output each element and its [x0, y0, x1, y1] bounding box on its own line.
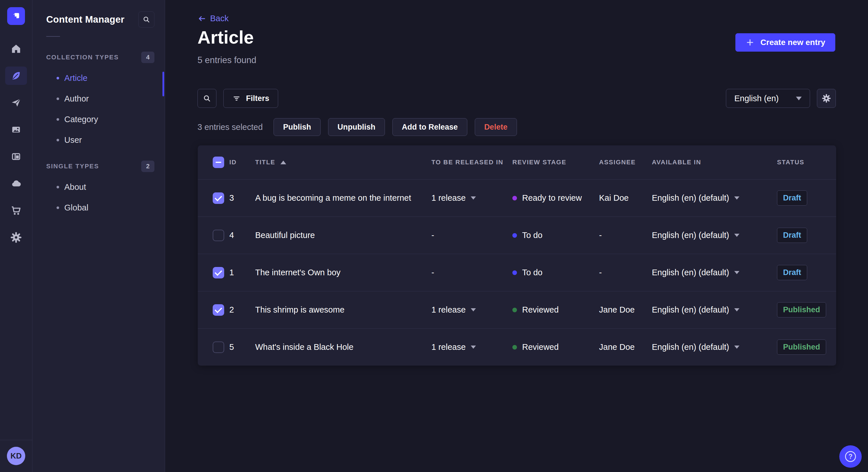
search-button[interactable]: [197, 89, 216, 108]
paper-plane-icon: [10, 97, 22, 108]
cell-review-stage: Reviewed: [513, 342, 599, 352]
help-button[interactable]: ?: [839, 445, 862, 468]
gear-icon: [822, 94, 831, 103]
column-header-title[interactable]: TITLE: [255, 159, 431, 166]
search-icon: [143, 15, 150, 24]
release-chevron-icon: [471, 196, 476, 200]
cell-assignee: -: [599, 268, 652, 277]
cell-available-in[interactable]: English (en) (default): [652, 342, 777, 352]
table-row[interactable]: 4 Beautiful picture - To do - English (e…: [198, 216, 836, 254]
delete-button[interactable]: Delete: [475, 118, 517, 136]
bullet-icon: [57, 118, 59, 121]
cell-id: 2: [229, 305, 255, 314]
status-badge: Draft: [777, 265, 807, 280]
nav-media-library[interactable]: [5, 121, 27, 139]
feather-icon: [10, 70, 22, 81]
home-icon: [10, 43, 22, 55]
nav-releases[interactable]: [5, 94, 27, 112]
filter-lines-icon: [232, 94, 241, 103]
sidebar-item-user[interactable]: User: [32, 130, 165, 150]
cell-assignee: Jane Doe: [599, 342, 652, 352]
column-header-available-in: AVAILABLE IN: [652, 159, 777, 166]
cell-id: 5: [229, 342, 255, 352]
locale-chevron-icon: [734, 196, 739, 200]
sidebar-scrollbar[interactable]: [162, 72, 164, 96]
sidebar-item-article[interactable]: Article: [32, 68, 165, 88]
sidebar-item-about[interactable]: About: [32, 177, 165, 197]
sidebar-item-category[interactable]: Category: [32, 109, 165, 130]
cell-review-stage: To do: [513, 231, 599, 240]
select-all-checkbox[interactable]: [213, 157, 224, 168]
nav-content-manager[interactable]: [5, 67, 27, 85]
cell-available-in[interactable]: English (en) (default): [652, 268, 777, 277]
status-badge: Published: [777, 339, 826, 355]
sidebar-item-author[interactable]: Author: [32, 88, 165, 109]
images-icon: [10, 124, 22, 135]
column-header-review-stage: REVIEW STAGE: [513, 159, 599, 166]
unpublish-button[interactable]: Unpublish: [328, 118, 385, 136]
table-row[interactable]: 1 The internet's Own boy - To do - Engli…: [198, 254, 836, 291]
table-row[interactable]: 3 A bug is becoming a meme on the intern…: [198, 179, 836, 216]
collection-types-count-badge: 4: [141, 52, 154, 63]
layout-icon: [10, 151, 22, 162]
cell-title: Beautiful picture: [255, 231, 431, 240]
locale-select[interactable]: English (en): [726, 89, 810, 108]
content-manager-sidebar: Content Manager COLLECTION TYPES 4 Artic…: [32, 0, 165, 472]
review-stage-dot: [513, 233, 517, 238]
strapi-logo-icon: [11, 11, 21, 21]
nav-deploy[interactable]: [5, 174, 27, 193]
back-link[interactable]: Back: [197, 14, 228, 23]
main-content: Back Article 5 entries found Create new …: [165, 0, 868, 472]
cell-assignee: Kai Doe: [599, 193, 652, 203]
nav-home[interactable]: [5, 40, 27, 58]
row-checkbox[interactable]: [213, 230, 224, 241]
locale-chevron-icon: [734, 345, 739, 349]
nav-settings[interactable]: [5, 228, 27, 247]
status-badge: Draft: [777, 228, 807, 243]
cell-releases[interactable]: 1 release: [431, 305, 513, 314]
sidebar-search-button[interactable]: [138, 11, 154, 28]
single-types-label: SINGLE TYPES: [46, 163, 99, 170]
bullet-icon: [57, 98, 59, 100]
review-stage-dot: [513, 270, 517, 275]
selection-count-text: 3 entries selected: [197, 123, 262, 132]
cell-available-in[interactable]: English (en) (default): [652, 305, 777, 314]
strapi-logo[interactable]: [7, 7, 25, 25]
row-checkbox[interactable]: [213, 267, 224, 278]
column-header-released-in: TO BE RELEASED IN: [431, 159, 513, 166]
bullet-icon: [57, 206, 59, 209]
cell-available-in[interactable]: English (en) (default): [652, 231, 777, 240]
table-row[interactable]: 5 What's inside a Black Hole 1 release R…: [198, 328, 836, 366]
sort-ascending-icon: [280, 161, 286, 164]
search-icon: [203, 94, 211, 103]
collection-types-label: COLLECTION TYPES: [46, 54, 119, 61]
column-header-id[interactable]: ID: [229, 159, 255, 166]
page-title: Article: [197, 27, 254, 47]
cell-assignee: Jane Doe: [599, 305, 652, 314]
add-to-release-button[interactable]: Add to Release: [392, 118, 467, 136]
view-settings-button[interactable]: [817, 89, 836, 108]
publish-button[interactable]: Publish: [274, 118, 321, 136]
row-checkbox[interactable]: [213, 193, 224, 204]
question-mark-icon: ?: [845, 451, 856, 462]
sidebar-divider: [46, 36, 60, 37]
user-avatar[interactable]: KD: [7, 447, 25, 465]
cell-releases[interactable]: 1 release: [431, 342, 513, 352]
single-types-count-badge: 2: [141, 161, 154, 172]
cell-releases[interactable]: 1 release: [431, 193, 513, 203]
cell-id: 1: [229, 268, 255, 277]
row-checkbox[interactable]: [213, 304, 224, 316]
sidebar-item-global[interactable]: Global: [32, 197, 165, 218]
nav-content-type-builder[interactable]: [5, 147, 27, 166]
locale-chevron-icon: [734, 234, 739, 237]
cell-review-stage: Ready to review: [513, 193, 599, 203]
table-row[interactable]: 2 This shrimp is awesome 1 release Revie…: [198, 291, 836, 328]
filters-button[interactable]: Filters: [223, 89, 278, 108]
cell-available-in[interactable]: English (en) (default): [652, 193, 777, 203]
row-checkbox[interactable]: [213, 341, 224, 353]
nav-marketplace[interactable]: [5, 201, 27, 220]
cell-title: This shrimp is awesome: [255, 305, 431, 314]
create-new-entry-button[interactable]: Create new entry: [735, 33, 835, 52]
cell-releases[interactable]: -: [431, 268, 513, 277]
cell-releases[interactable]: -: [431, 231, 513, 240]
